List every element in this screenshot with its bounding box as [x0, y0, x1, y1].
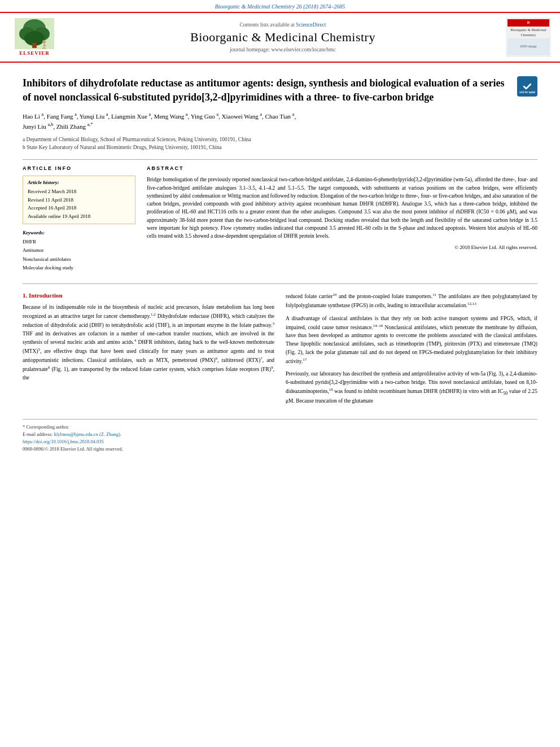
abstract-heading: ABSTRACT [147, 165, 537, 171]
science-direct-link[interactable]: ScienceDirect [296, 22, 326, 28]
keyword-3: Nonclassical antifolates [23, 255, 135, 264]
journal-title: Bioorganic & Medicinal Chemistry [65, 30, 500, 45]
authors-text: Hao Li a, Fang Fang a, Yunqi Liu a, Lian… [23, 113, 296, 120]
svg-rect-5 [32, 43, 37, 48]
affiliations-block: a Department of Chemical Biology, School… [23, 136, 537, 152]
keyword-2: Antitumor [23, 246, 135, 255]
elsevier-tree-graphic [15, 18, 54, 49]
footer-area: * Corresponding author. E-mail address: … [23, 419, 537, 452]
received-date: Received 2 March 2018 [28, 187, 130, 195]
journal-reference-bar: Bioorganic & Medicinal Chemistry 26 (201… [0, 0, 560, 12]
authors-text-2: Junyi Liu a,b, Zhili Zhang a,* [23, 123, 93, 130]
article-info-abstract-section: ARTICLE INFO Article history: Received 2… [23, 159, 537, 272]
right-logo-text: Bioorganic & Medicinal Chemistry [508, 28, 549, 37]
intro-para-2: reduced folate carrier10 and the proton-… [286, 292, 537, 310]
article-history-label: Article history: [28, 180, 130, 185]
footnote-email: E-mail address: lilylmou@bjmu.edu.cn (Z.… [23, 431, 537, 437]
body-right-column: reduced folate carrier10 and the proton-… [286, 292, 537, 410]
affiliation-a: a Department of Chemical Biology, School… [23, 136, 537, 143]
right-corner-logo: B Bioorganic & Medicinal Chemistry ISSN … [506, 18, 551, 57]
doi-line: https://doi.org/10.1016/j.bmc.2018.04.03… [23, 439, 537, 444]
keyword-1: DHFR [23, 238, 135, 246]
footnote-corresponding-label: * Corresponding author. [23, 424, 69, 430]
body-content-section: 1. Introduction Because of its indispens… [23, 283, 537, 410]
article-title-block: Inhibitors of dihydrofolate reductase as… [23, 76, 537, 104]
intro-para-3: A disadvantage of classical antifolates … [286, 314, 537, 366]
copyright-line: © 2018 Elsevier Ltd. All rights reserved… [147, 244, 537, 250]
intro-para-1: Because of its indispensable role in the… [23, 303, 274, 382]
email-label: E-mail address: [23, 431, 53, 437]
keywords-label: Keywords: [23, 230, 135, 235]
accepted-date: Accepted 16 April 2018 [28, 204, 130, 212]
article-history-box: Article history: Received 2 March 2018 R… [23, 176, 135, 224]
abstract-column: ABSTRACT Bridge homologation of the prev… [147, 165, 537, 272]
article-title-text: Inhibitors of dihydrofolate reductase as… [23, 76, 511, 104]
keyword-4: Molecular docking study [23, 264, 135, 272]
available-date: Available online 19 April 2018 [28, 212, 130, 220]
authors-line: Hao Li a, Fang Fang a, Yunqi Liu a, Lian… [23, 111, 537, 132]
doi-link[interactable]: https://doi.org/10.1016/j.bmc.2018.04.03… [23, 439, 104, 444]
journal-header: ELSEVIER Contents lists available at Sci… [0, 12, 560, 63]
check-for-updates-badge: Check for updates [517, 76, 537, 97]
intro-heading: 1. Introduction [23, 292, 274, 299]
issn-line: 0968-0896/© 2018 Elsevier Ltd. All right… [23, 446, 537, 452]
intro-para-4: Previously, our laboratory has described… [286, 370, 537, 405]
svg-text:Check for updates: Check for updates [519, 91, 535, 94]
affiliation-b: b State Key Laboratory of Natural and Bi… [23, 143, 537, 151]
main-content: Inhibitors of dihydrofolate reductase as… [0, 63, 560, 459]
email-address[interactable]: lilylmou@bjmu.edu.cn (Z. Zhang). [54, 431, 121, 437]
contents-line: Contents lists available at ScienceDirec… [65, 22, 500, 28]
elsevier-brand-text: ELSEVIER [19, 50, 50, 56]
revised-date: Revised 11 April 2018 [28, 196, 130, 204]
article-info-column: ARTICLE INFO Article history: Received 2… [23, 165, 135, 272]
contents-label: Contents lists available at [239, 22, 294, 28]
journal-center-area: Contents lists available at ScienceDirec… [65, 22, 500, 53]
abstract-text: Bridge homologation of the previously re… [147, 176, 537, 240]
elsevier-logo: ELSEVIER [9, 18, 60, 56]
tree-svg [15, 18, 54, 49]
keywords-section: Keywords: DHFR Antitumor Nonclassical an… [23, 230, 135, 272]
page-wrapper: Bioorganic & Medicinal Chemistry 26 (201… [0, 0, 560, 459]
journal-ref-text: Bioorganic & Medicinal Chemistry 26 (201… [215, 3, 345, 10]
body-left-column: 1. Introduction Because of its indispens… [23, 292, 274, 410]
svg-point-6 [42, 40, 46, 43]
footnote-star: * Corresponding author. [23, 424, 537, 430]
homepage-line: journal homepage: www.elsevier.com/locat… [65, 47, 500, 53]
check-badge-svg: Check for updates [519, 78, 535, 94]
article-info-heading: ARTICLE INFO [23, 165, 135, 171]
